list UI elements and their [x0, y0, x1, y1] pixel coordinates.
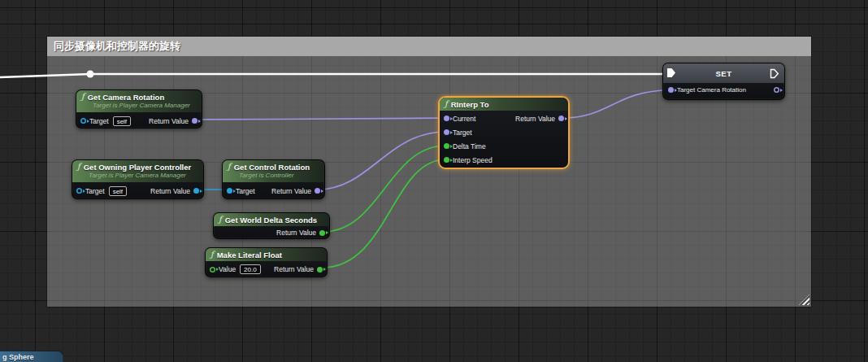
comment-title: 同步摄像机和控制器的旋转 [54, 39, 180, 54]
node-subtitle: Target is Player Camera Manager [93, 102, 197, 111]
target-pin-label: Target [85, 187, 105, 195]
function-icon: ƒ [445, 100, 448, 108]
return-pin-label: Return Value [515, 115, 555, 123]
return-value-pin[interactable] [317, 267, 323, 273]
node-title: Get Camera Rotation [88, 93, 165, 102]
target-pin-label: Target [453, 129, 472, 137]
node-subtitle: Target is Controller [239, 172, 319, 181]
node-make-literal-float[interactable]: ƒ Make Literal Float Value 20.0 Return V… [205, 247, 328, 277]
node-get-world-delta-seconds[interactable]: ƒ Get World Delta Seconds Return Value [213, 212, 330, 239]
delta-time-pin-label: Delta Time [453, 142, 486, 150]
target-pin[interactable] [76, 188, 82, 194]
function-icon: ƒ [210, 251, 214, 259]
node-get-control-rotation[interactable]: ƒ Get Control Rotation Target is Control… [222, 159, 325, 199]
return-pin-label: Return Value [150, 187, 190, 195]
node-get-camera-rotation[interactable]: ƒ Get Camera Rotation Target is Player C… [76, 89, 202, 129]
node-partial-sphere[interactable]: g Sphere [0, 351, 63, 362]
return-value-pin[interactable] [315, 188, 320, 194]
value-pin[interactable] [210, 267, 215, 273]
node-get-owning-player-controller[interactable]: ƒ Get Owning Player Controller Target is… [72, 159, 204, 199]
exec-in-pin[interactable] [667, 68, 675, 77]
value-pin-label: Value [219, 265, 236, 273]
exec-out-pin[interactable] [770, 68, 779, 82]
current-pin-label: Current [453, 115, 475, 123]
delta-time-pin[interactable] [444, 143, 449, 149]
function-icon: ƒ [228, 163, 231, 171]
target-self-field[interactable]: self [109, 186, 127, 196]
function-icon: ƒ [81, 93, 85, 101]
function-icon: ƒ [77, 163, 80, 171]
target-pin[interactable] [80, 118, 86, 124]
interp-speed-pin-label: Interp Speed [453, 156, 493, 164]
comment-header[interactable]: 同步摄像机和控制器的旋转 [47, 37, 811, 56]
node-rinterp-to[interactable]: ƒ RInterp To Current Target Delt [438, 96, 570, 169]
return-value-pin[interactable] [192, 118, 197, 124]
blueprint-graph-canvas[interactable]: 同步摄像机和控制器的旋转 ƒ Get Camera Rotation Targe… [0, 0, 868, 362]
target-camera-rotation-label: Target Camera Rotation [677, 86, 746, 94]
function-icon: ƒ [219, 216, 222, 224]
node-set-target-camera-rotation[interactable]: SET Target Camera Rotation [662, 63, 785, 100]
return-pin-label: Return Value [149, 117, 189, 125]
node-title: Get World Delta Seconds [225, 216, 317, 225]
target-pin-label: Target [236, 187, 255, 195]
target-camera-rotation-out-pin[interactable] [774, 87, 779, 93]
target-pin[interactable] [227, 188, 232, 194]
return-pin-label: Return Value [274, 265, 314, 273]
target-pin[interactable] [444, 129, 449, 135]
node-title: Make Literal Float [217, 251, 282, 260]
node-subtitle: Target is Player Camera Manager [89, 172, 198, 181]
node-title: g Sphere [0, 353, 34, 361]
node-title: Get Owning Player Controller [84, 163, 192, 172]
target-pin-label: Target [89, 117, 109, 125]
target-self-field[interactable]: self [113, 116, 131, 126]
exec-out-icon [770, 68, 779, 79]
return-value-pin[interactable] [319, 230, 325, 236]
interp-speed-pin[interactable] [444, 157, 449, 163]
return-pin-label: Return Value [271, 187, 311, 195]
value-field[interactable]: 20.0 [240, 264, 261, 274]
return-value-pin[interactable] [558, 116, 564, 121]
return-value-pin[interactable] [193, 188, 199, 194]
return-pin-label: Return Value [276, 229, 316, 237]
current-pin[interactable] [444, 116, 449, 121]
set-node-title: SET [716, 69, 732, 78]
node-title: RInterp To [451, 100, 489, 109]
target-camera-rotation-in-pin[interactable] [668, 87, 674, 93]
node-title: Get Control Rotation [234, 163, 310, 172]
